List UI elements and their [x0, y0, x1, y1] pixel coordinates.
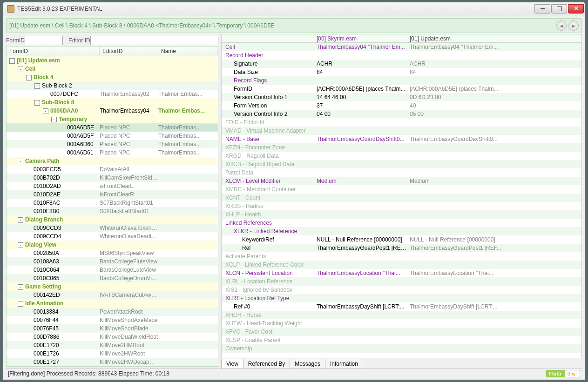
maximize-button[interactable]	[551, 4, 567, 13]
tree-row[interactable]: -Game Setting	[7, 282, 218, 291]
tree-row[interactable]: -Cell	[7, 65, 218, 73]
record-row[interactable]: SignatureACHRACHR	[222, 60, 581, 68]
record-row[interactable]: XRDS - Radius	[222, 202, 581, 210]
record-row[interactable]: XHLP - Health	[222, 210, 581, 219]
record-row[interactable]: XFVC - Favor Cost	[222, 328, 581, 336]
record-grid[interactable]: [00] Skyrim.esm [01] Update.esm CellThal…	[221, 34, 582, 358]
record-row[interactable]: NAME - BaseThalmorEmbassyGuardDayShift0.…	[222, 135, 581, 143]
record-row[interactable]: XIS2 - Ignored by Sandbox	[222, 286, 581, 294]
close-button[interactable]	[568, 4, 584, 13]
record-row[interactable]: Version Control Info 114 64 46 000D 6D 2…	[222, 93, 581, 101]
tree-row[interactable]: -Dialog View	[7, 241, 218, 249]
record-row[interactable]: XLRL - Location Reference	[222, 277, 581, 286]
record-row[interactable]: Form Version3740	[222, 101, 581, 110]
tree-body[interactable]: -[01] Update.esm-Cell-Block 4+Sub-Block …	[7, 56, 218, 366]
formid-input[interactable]	[25, 36, 63, 45]
tree-row[interactable]: -0006DAA0ThalmorEmbassy04Thalmor Embas..…	[7, 107, 218, 115]
tree-row[interactable]: -Dialog Branch	[7, 215, 218, 224]
record-row[interactable]: EDID - Editor Id	[222, 118, 581, 127]
tree-row[interactable]: 00013384PowerAttackRoot	[7, 308, 218, 316]
record-row[interactable]: Ownership	[222, 344, 581, 353]
record-row[interactable]: XEZN - Encounter Zone	[222, 143, 581, 152]
col-formid[interactable]: FormID	[7, 47, 100, 56]
record-row[interactable]: Activate Parents	[222, 252, 581, 261]
record-row[interactable]: Record Header	[222, 51, 581, 60]
record-row[interactable]: XCNT - Count	[222, 194, 581, 202]
breadcrumb[interactable]: [01] Update.esm \ Cell \ Block 4 \ Sub-B…	[9, 22, 554, 29]
record-row[interactable]: XLKR - Linked Reference	[222, 227, 581, 235]
record-col-skyrim[interactable]: [00] Skyrim.esm	[315, 35, 408, 42]
expand-toggle[interactable]: -	[18, 67, 23, 72]
record-row[interactable]: Version Control Info 204 0005 00	[222, 110, 581, 118]
title-bar[interactable]: TES5Edit 3.0.23 EXPERIMENTAL	[3, 2, 585, 15]
minimize-button[interactable]	[534, 4, 550, 13]
tab-information[interactable]: Information	[325, 359, 363, 369]
record-row[interactable]: XCLP - Linked Reference Color	[222, 261, 581, 269]
record-row[interactable]: XLCN - Persistent LocationThalmorEmbassy…	[222, 269, 581, 277]
expand-toggle[interactable]: -	[18, 301, 23, 307]
tree-row[interactable]: 0009CCD4WhiterunOlavaReadingBranch	[7, 232, 218, 241]
tree-row[interactable]: -Camera Path	[7, 157, 218, 165]
expand-toggle[interactable]: -	[43, 108, 48, 114]
tree-row[interactable]: 0003ECD5DoVatsAtAll	[7, 165, 218, 174]
tab-messages[interactable]: Messages	[290, 359, 325, 369]
record-grid-header[interactable]: [00] Skyrim.esm [01] Update.esm	[222, 34, 581, 43]
record-row[interactable]: XRGD - Ragdoll Data	[222, 152, 581, 160]
record-row[interactable]: Keyword/RefNULL - Null Reference [000000…	[222, 235, 581, 244]
tree-row[interactable]: 0010C064BardsCollegeLuteView	[7, 266, 218, 274]
record-row[interactable]: XESP - Enable Parent	[222, 336, 581, 344]
tree-row[interactable]: -Temporary	[7, 115, 218, 123]
record-row[interactable]: Record Flags	[222, 76, 581, 85]
tree-row[interactable]: 000A6D61Placed NPCThalmorEmbas...	[7, 148, 218, 157]
tree-row[interactable]: 0007DCFCThalmorEmbassy02Thalmor Embas...	[7, 90, 218, 98]
tree-row[interactable]: 000A6D60Placed NPCThalmorEmbas...	[7, 140, 218, 148]
expand-toggle[interactable]: -	[9, 58, 15, 64]
expand-toggle[interactable]: -	[18, 284, 23, 290]
tab-view[interactable]: View	[221, 359, 243, 369]
tree-row[interactable]: 000A6D5EPlaced NPCThalmorEmbas...	[7, 123, 218, 132]
tree-row[interactable]: 0010D2AEisFrontClearR	[7, 190, 218, 199]
flattr-button[interactable]: Flattr this!	[546, 370, 580, 377]
expand-toggle[interactable]: -	[34, 100, 40, 106]
record-row[interactable]: FormID[ACHR:000A6D5E] (places Thalm...[A…	[222, 85, 581, 93]
record-row[interactable]: XLCM - Level ModifierMediumMedium	[222, 177, 581, 185]
expand-toggle[interactable]: -	[26, 75, 32, 80]
nav-back-button[interactable]: ◄	[556, 20, 567, 31]
tree-row[interactable]: -[01] Update.esm	[7, 56, 218, 65]
record-row[interactable]: XRGB - Ragdoll Biped Data	[222, 160, 581, 168]
tree-row[interactable]: 0010F8ACS07BackRightStart01	[7, 199, 218, 207]
record-row[interactable]: XMRC - Merchant Container	[222, 185, 581, 194]
tree-row[interactable]: 0010D2ADisFrontClearL	[7, 182, 218, 190]
nav-forward-button[interactable]: ►	[568, 20, 579, 31]
record-row[interactable]: Ref #0ThalmorEmbassyDayShift [LCRT:...Th…	[222, 302, 581, 311]
tree-row[interactable]: 000E1727KillMove2HWDecapBleedOut	[7, 358, 218, 366]
record-row[interactable]: XLRT - Location Ref Type	[222, 294, 581, 302]
expand-toggle[interactable]: -	[18, 159, 23, 164]
tree-row[interactable]: 0010C065BardsCollegeDrumView	[7, 274, 218, 282]
tree-row[interactable]: 000A6D5FPlaced NPCThalmorEmbas...	[7, 132, 218, 140]
record-row[interactable]: CellThalmorEmbassy04 "Thalmor Em...Thalm…	[222, 43, 581, 51]
tree-row[interactable]: -Idle Animation	[7, 299, 218, 308]
tab-referenced-by[interactable]: Referenced By	[243, 359, 290, 369]
expand-toggle[interactable]: +	[34, 83, 40, 89]
tree-row[interactable]: +Sub-Block 2	[7, 81, 218, 90]
record-row[interactable]: XHOR - Horse	[222, 311, 581, 319]
tree-row[interactable]: 000B702DKillCamSlowFrontSideFarA	[7, 174, 218, 182]
tree-column-header[interactable]: FormID EditorID Name	[7, 47, 218, 56]
editorid-input[interactable]	[90, 36, 218, 45]
tree-row[interactable]: 000D7886KillMoveDualWieldRoot	[7, 333, 218, 341]
tree-row[interactable]: 0002850AMS06StyrrSpeakView	[7, 249, 218, 257]
tree-row[interactable]: 000142EDfVATSCameraCutAwayDistance	[7, 291, 218, 299]
col-editorid[interactable]: EditorID	[100, 47, 158, 56]
tree-row[interactable]: 0009CCD3WhiterunOlavaTokenBranch	[7, 224, 218, 232]
tree-row[interactable]: -Sub-Block 8	[7, 98, 218, 107]
tree-pane[interactable]: FormID EditorID Name -[01] Update.esm-Ce…	[6, 46, 218, 367]
expand-toggle[interactable]: -	[18, 242, 23, 248]
tree-row[interactable]: 00076F44KillMoveShortAxeMace	[7, 316, 218, 324]
record-row[interactable]: Linked References	[222, 219, 581, 227]
tree-row[interactable]: 000E1726KillMove2HWRoot	[7, 349, 218, 358]
tab-strip[interactable]: ViewReferenced ByMessagesInformation	[221, 358, 582, 369]
record-row[interactable]: XHTW - Head-Tracking Weight	[222, 319, 581, 328]
tree-row[interactable]: -Block 4	[7, 73, 218, 81]
record-grid-body[interactable]: CellThalmorEmbassy04 "Thalmor Em...Thalm…	[222, 43, 581, 353]
